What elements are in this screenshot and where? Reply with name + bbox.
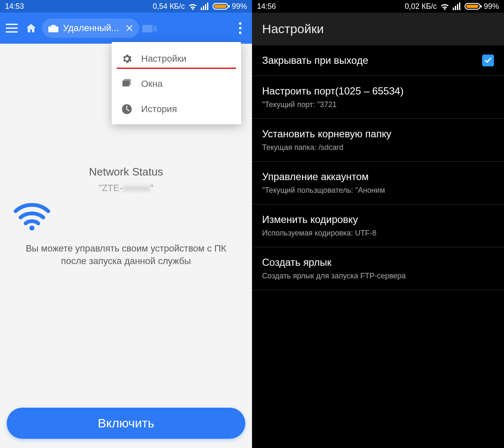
row-change-encoding[interactable]: Изменить кодировку Используемая кодировк… bbox=[252, 204, 504, 247]
enable-button-label: Включить bbox=[98, 416, 155, 430]
row-subtitle: Используемая кодировка: UTF-8 bbox=[262, 229, 494, 238]
svg-point-3 bbox=[29, 225, 34, 231]
row-subtitle: Создать ярлык для запуска FTP-сервера bbox=[262, 272, 494, 280]
menu-item-label: Настройки bbox=[141, 53, 186, 64]
active-tab-chip[interactable]: Удаленный... bbox=[42, 18, 139, 38]
overflow-menu: Настройки Окна История bbox=[112, 42, 241, 124]
row-configure-port[interactable]: Настроить порт(1025 – 65534) "Текущий по… bbox=[252, 76, 504, 119]
row-create-shortcut[interactable]: Создать ярлык Создать ярлык для запуска … bbox=[252, 247, 504, 290]
toolbar: Удаленный... bbox=[0, 13, 252, 44]
network-ssid: "ZTE-xxxxxx" bbox=[13, 183, 239, 194]
row-subtitle: "Текущий порт: "3721 bbox=[262, 100, 494, 109]
network-speed: 0,02 КБ/с bbox=[405, 2, 437, 11]
menu-item-label: Окна bbox=[141, 79, 163, 89]
row-title: Закрывать при выходе bbox=[262, 55, 477, 66]
phone-left: 14:53 0,54 КБ/с 99% Удаленный... bbox=[0, 0, 252, 448]
row-title: Установить корневую папку bbox=[262, 128, 494, 140]
page-title: Настройки bbox=[252, 13, 504, 45]
statusbar-time: 14:56 bbox=[257, 2, 276, 11]
inactive-tab-icon[interactable] bbox=[142, 22, 159, 34]
menu-item-history[interactable]: История bbox=[112, 97, 241, 122]
service-description: Вы можете управлять своим устройством с … bbox=[13, 242, 239, 267]
cellular-icon bbox=[201, 3, 209, 10]
close-tab-icon[interactable] bbox=[126, 24, 133, 32]
description-line: после запуска данной службы bbox=[26, 255, 226, 267]
network-status-title: Network Status bbox=[13, 165, 239, 178]
home-button[interactable] bbox=[24, 21, 39, 36]
battery-icon bbox=[213, 3, 228, 10]
history-icon bbox=[121, 103, 133, 115]
svg-rect-1 bbox=[153, 26, 157, 31]
description-line: Вы можете управлять своим устройством с … bbox=[26, 242, 226, 255]
row-title: Управление аккаунтом bbox=[262, 171, 494, 183]
statusbar-right: 14:56 0,02 КБ/с 99% bbox=[252, 0, 504, 13]
row-title: Изменить кодировку bbox=[262, 214, 494, 225]
tab-label: Удаленный... bbox=[63, 23, 119, 34]
ssid-prefix: "ZTE- bbox=[99, 183, 123, 193]
cellular-icon bbox=[453, 3, 461, 10]
highlight-underline bbox=[117, 68, 236, 69]
battery-percent: 99% bbox=[484, 2, 499, 11]
tab-icon bbox=[48, 24, 59, 32]
main-content-left: Настройки Окна История Network Status "Z… bbox=[0, 44, 252, 448]
phone-right: 14:56 0,02 КБ/с 99% Настройки Закрывать … bbox=[252, 0, 504, 448]
network-speed: 0,54 КБ/с bbox=[153, 2, 185, 11]
ssid-hidden: xxxxxx bbox=[122, 183, 150, 194]
network-status-block: Network Status "ZTE-xxxxxx" Вы можете уп… bbox=[13, 165, 239, 267]
statusbar-right-cluster: 0,02 КБ/с 99% bbox=[405, 2, 499, 11]
page-title-text: Настройки bbox=[262, 22, 324, 36]
wifi-icon bbox=[440, 3, 449, 10]
row-title: Создать ярлык bbox=[262, 257, 494, 268]
gear-icon bbox=[121, 53, 133, 65]
battery-percent: 99% bbox=[232, 2, 247, 11]
row-close-on-exit[interactable]: Закрывать при выходе bbox=[252, 45, 504, 76]
menu-item-settings[interactable]: Настройки bbox=[112, 46, 241, 71]
row-manage-account[interactable]: Управление аккаунтом "Текущий пользщоват… bbox=[252, 162, 504, 204]
wifi-icon bbox=[188, 3, 197, 10]
row-subtitle: Текущая папка: /sdcard bbox=[262, 143, 494, 152]
enable-button[interactable]: Включить bbox=[7, 408, 245, 439]
overflow-menu-button[interactable] bbox=[232, 20, 249, 37]
menu-item-label: История bbox=[141, 104, 177, 115]
settings-list: Закрывать при выходе Настроить порт(1025… bbox=[252, 45, 504, 290]
row-subtitle: "Текущий пользщователь: "Аноним bbox=[262, 186, 494, 195]
battery-icon bbox=[465, 3, 480, 10]
windows-icon bbox=[121, 78, 133, 90]
svg-rect-0 bbox=[142, 25, 152, 32]
row-title: Настроить порт(1025 – 65534) bbox=[262, 85, 494, 97]
statusbar-right-cluster: 0,54 КБ/с 99% bbox=[153, 2, 247, 11]
statusbar-left: 14:53 0,54 КБ/с 99% bbox=[0, 0, 252, 13]
ssid-suffix: " bbox=[150, 183, 153, 193]
menu-item-windows[interactable]: Окна bbox=[112, 71, 241, 97]
menu-button[interactable] bbox=[3, 20, 20, 37]
wifi-large-icon bbox=[13, 202, 239, 231]
checkbox[interactable] bbox=[482, 55, 494, 66]
row-set-root[interactable]: Установить корневую папку Текущая папка:… bbox=[252, 119, 504, 162]
statusbar-time: 14:53 bbox=[5, 2, 24, 11]
